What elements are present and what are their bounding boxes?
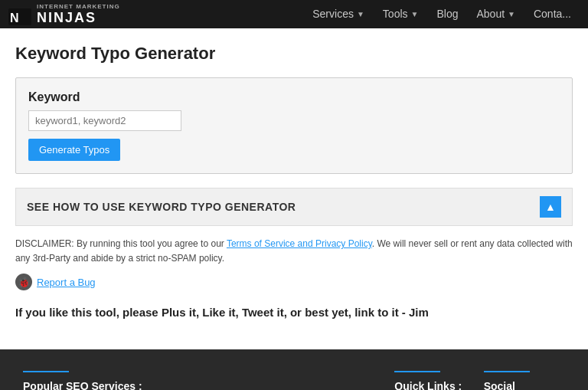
nav-label-tools: Tools <box>383 0 408 28</box>
footer-social-title: Social Accounts : <box>484 380 565 390</box>
nav-item-tools[interactable]: Tools ▼ <box>374 0 428 28</box>
logo-subtitle: INTERNET MARKETING <box>37 3 120 10</box>
page-title: Keyword Typo Generator <box>15 44 573 64</box>
nav-link-services[interactable]: Services ▼ <box>303 0 374 28</box>
nav-link-blog[interactable]: Blog <box>427 0 467 28</box>
nav-menu: Services ▼ Tools ▼ Blog About ▼ Conta... <box>303 0 580 28</box>
nav-label-about: About <box>476 0 505 28</box>
nav-label-services: Services <box>312 0 354 28</box>
site-logo[interactable]: N INTERNET MARKETING NINJAS <box>8 2 120 27</box>
promo-text: If you like this tool, please Plus it, L… <box>15 306 573 319</box>
disclaimer-link[interactable]: Terms of Service and Privacy Policy <box>227 238 372 249</box>
nav-link-contact[interactable]: Conta... <box>524 0 580 28</box>
footer-right: Quick Links : Home About Ninjas Ninja Le… <box>394 371 565 390</box>
report-bug-row: 🐞 Report a Bug <box>15 274 573 290</box>
nav-item-contact[interactable]: Conta... <box>524 0 580 28</box>
footer-grid: Popular SEO Services : Building Services… <box>23 371 565 390</box>
footer-seo2-title <box>209 380 212 390</box>
footer-seo-title: Popular SEO Services : <box>23 380 142 390</box>
footer-divider-4 <box>484 371 530 372</box>
nav-item-blog[interactable]: Blog <box>427 0 467 28</box>
footer-col-social: Social Accounts : f Like Us On Facebook … <box>484 371 565 390</box>
keyword-label: Keyword <box>28 90 560 104</box>
nav-link-about[interactable]: About ▼ <box>467 0 524 28</box>
logo-name: NINJAS <box>37 10 120 26</box>
bug-icon: 🐞 <box>15 274 32 290</box>
footer-col-seo: Popular SEO Services : Building Services… <box>23 371 194 390</box>
how-to-text: SEE HOW TO USE KEYWORD TYPO GENERATOR <box>27 201 296 213</box>
svg-text:N: N <box>10 11 20 25</box>
disclaimer: DISCLAIMER: By running this tool you agr… <box>15 237 573 266</box>
footer-col-quicklinks: Quick Links : Home About Ninjas Ninja Le… <box>394 371 475 390</box>
tools-dropdown-arrow: ▼ <box>411 0 419 28</box>
generate-button[interactable]: Generate Typos <box>28 139 120 161</box>
navbar: N INTERNET MARKETING NINJAS Services ▼ T… <box>0 0 588 28</box>
keyword-input[interactable] <box>28 110 181 131</box>
main-content: Keyword Typo Generator Keyword Generate … <box>0 28 588 349</box>
footer: Popular SEO Services : Building Services… <box>0 349 588 390</box>
disclaimer-prefix: DISCLAIMER: By running this tool you agr… <box>15 238 227 249</box>
how-to-toggle-button[interactable]: ▲ <box>540 196 561 218</box>
logo-icon: N <box>8 2 32 27</box>
services-dropdown-arrow: ▼ <box>357 0 364 28</box>
nav-label-blog: Blog <box>436 0 458 28</box>
logo-text: INTERNET MARKETING NINJAS <box>37 3 120 26</box>
footer-divider-3 <box>394 371 440 372</box>
nav-label-contact: Conta... <box>534 0 571 28</box>
footer-divider-2 <box>209 371 255 372</box>
nav-link-tools[interactable]: Tools ▼ <box>374 0 428 28</box>
about-dropdown-arrow: ▼ <box>508 0 515 28</box>
nav-item-about[interactable]: About ▼ <box>467 0 524 28</box>
tool-box: Keyword Generate Typos <box>15 77 573 174</box>
nav-item-services[interactable]: Services ▼ <box>303 0 374 28</box>
footer-quicklinks-title: Quick Links : <box>394 380 462 390</box>
report-bug-link[interactable]: Report a Bug <box>37 277 96 288</box>
footer-col-seo2: Rankings Drop Solutions Conversion Optim… <box>209 371 380 390</box>
footer-divider-1 <box>23 371 69 372</box>
how-to-banner: SEE HOW TO USE KEYWORD TYPO GENERATOR ▲ <box>15 188 573 226</box>
